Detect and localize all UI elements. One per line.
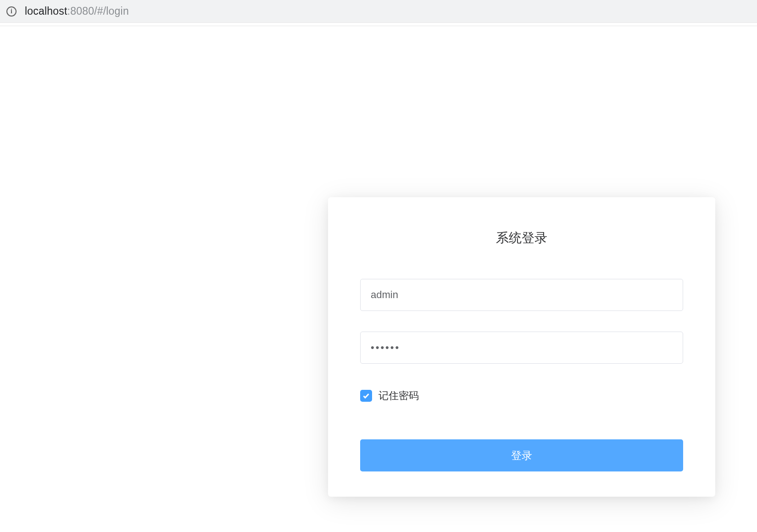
remember-row: 记住密码 — [360, 389, 683, 403]
username-input[interactable] — [360, 279, 683, 311]
thin-border — [0, 26, 757, 26]
login-title: 系统登录 — [360, 229, 683, 247]
info-icon: i — [6, 6, 17, 17]
url-display[interactable]: localhost:8080/#/login — [25, 5, 129, 17]
password-input[interactable] — [360, 332, 683, 364]
remember-label: 记住密码 — [378, 389, 419, 403]
url-port-path: :8080/#/login — [67, 5, 129, 17]
url-host: localhost — [25, 5, 67, 17]
login-button[interactable]: 登录 — [360, 439, 683, 471]
check-icon — [362, 392, 370, 399]
login-card: 系统登录 记住密码 登录 — [328, 197, 715, 497]
remember-checkbox[interactable] — [360, 390, 372, 402]
address-bar: i localhost:8080/#/login — [0, 0, 757, 23]
